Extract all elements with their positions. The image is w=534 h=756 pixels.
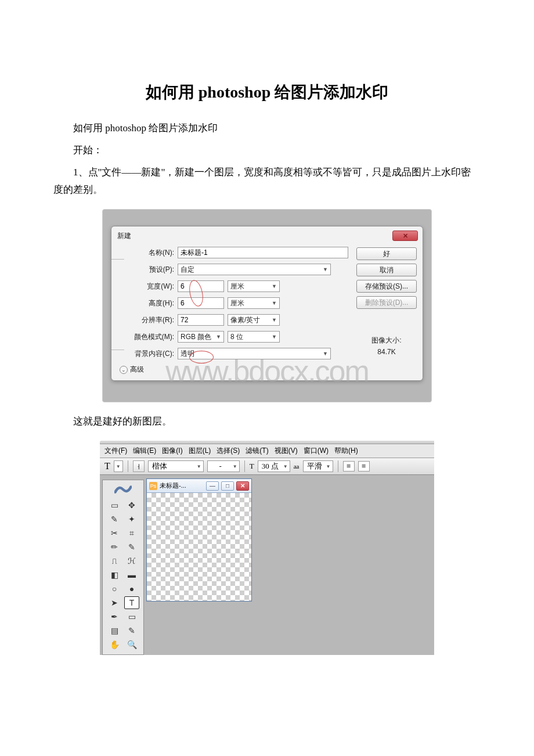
body-text: 这就是建好的新图层。 bbox=[53, 413, 481, 430]
blur-tool-icon[interactable]: ○ bbox=[107, 582, 122, 595]
menu-edit[interactable]: 编辑(E) bbox=[133, 446, 156, 456]
dialog-title: 新建 bbox=[117, 231, 131, 241]
document-icon: Ps bbox=[149, 482, 157, 490]
menu-filter[interactable]: 滤镜(T) bbox=[246, 446, 268, 456]
toolbox: ▭ ✥ ✎ ✦ ✂ ⌗ ✏ ✎ ⎍ ℋ ◧ ▬ ○ ● ➤ T ✒ ▭ ▤ ✎ bbox=[102, 480, 144, 655]
path-tool-icon[interactable]: ➤ bbox=[107, 596, 122, 609]
notes-tool-icon[interactable]: ▤ bbox=[107, 624, 122, 637]
color-mode-label: 颜色模式(M): bbox=[117, 332, 178, 342]
eyedropper-tool-icon[interactable]: ✎ bbox=[124, 624, 139, 637]
minimize-button[interactable]: — bbox=[206, 481, 219, 491]
lasso-tool-icon[interactable]: ✎ bbox=[107, 513, 122, 525]
preset-label: 预设(P): bbox=[117, 265, 178, 275]
resolution-input[interactable] bbox=[178, 314, 224, 326]
close-button[interactable]: ✕ bbox=[236, 481, 249, 491]
resolution-unit-select[interactable]: 像素/英寸 bbox=[230, 315, 272, 325]
menu-layer[interactable]: 图层(L) bbox=[189, 446, 211, 456]
chevron-down-icon: ▼ bbox=[216, 334, 221, 340]
name-label: 名称(N): bbox=[117, 248, 178, 258]
maximize-button[interactable]: □ bbox=[221, 481, 234, 491]
chevron-down-icon: ▼ bbox=[272, 300, 277, 306]
text-orientation-button[interactable]: ⸡ bbox=[133, 460, 145, 472]
preset-select[interactable]: 自定 bbox=[181, 265, 323, 275]
type-tool-icon: T bbox=[104, 461, 110, 471]
name-input[interactable] bbox=[178, 247, 348, 258]
align-left-icon[interactable]: ≡ bbox=[343, 461, 355, 471]
screenshot-new-dialog: 新建 ✕ 名称(N): 预设(P): 自定 ▼ bbox=[102, 209, 432, 402]
chevron-down-icon: ▼ bbox=[272, 317, 277, 323]
antialias-label: aa bbox=[294, 463, 300, 470]
chevron-down-icon: ▼ bbox=[272, 334, 277, 340]
chevron-down-icon: ▼ bbox=[323, 351, 328, 357]
font-family-select[interactable]: 楷体 bbox=[148, 460, 204, 472]
transparent-canvas[interactable] bbox=[147, 493, 251, 601]
background-label: 背景内容(C): bbox=[117, 349, 178, 359]
body-text: 开始： bbox=[53, 142, 481, 159]
type-tool-icon[interactable]: T bbox=[124, 596, 139, 609]
history-brush-tool-icon[interactable]: ℋ bbox=[124, 555, 139, 567]
screenshot-ps-main: 文件(F) 编辑(E) 图像(I) 图层(L) 选择(S) 滤镜(T) 视图(V… bbox=[100, 441, 434, 655]
stamp-tool-icon[interactable]: ⎍ bbox=[107, 555, 122, 567]
menu-help[interactable]: 帮助(H) bbox=[334, 446, 358, 456]
menu-file[interactable]: 文件(F) bbox=[104, 446, 127, 456]
ps-logo-icon bbox=[106, 483, 140, 496]
background-select[interactable]: 透明 bbox=[181, 349, 323, 359]
menu-bar: 文件(F) 编辑(E) 图像(I) 图层(L) 选择(S) 滤镜(T) 视图(V… bbox=[100, 444, 434, 458]
pen-tool-icon[interactable]: ✒ bbox=[107, 610, 122, 623]
chevron-down-icon: ▼ bbox=[323, 267, 328, 272]
menu-select[interactable]: 选择(S) bbox=[217, 446, 240, 456]
resolution-label: 分辨率(R): bbox=[117, 315, 178, 325]
menu-window[interactable]: 窗口(W) bbox=[304, 446, 329, 456]
save-preset-button[interactable]: 存储预设(S)... bbox=[356, 280, 417, 293]
slice-tool-icon[interactable]: ⌗ bbox=[124, 527, 139, 539]
document-title: 未标题-... bbox=[160, 481, 204, 490]
document-window: Ps 未标题-... — □ ✕ bbox=[146, 478, 252, 602]
close-button[interactable]: ✕ bbox=[392, 231, 418, 241]
healing-brush-tool-icon[interactable]: ✏ bbox=[107, 541, 122, 553]
zoom-tool-icon[interactable]: 🔍 bbox=[124, 638, 139, 651]
menu-view[interactable]: 视图(V) bbox=[275, 446, 298, 456]
dodge-tool-icon[interactable]: ● bbox=[124, 582, 139, 595]
font-size-select[interactable]: 30 点 bbox=[258, 460, 290, 472]
marquee-tool-icon[interactable]: ▭ bbox=[107, 499, 122, 512]
menu-image[interactable]: 图像(I) bbox=[162, 446, 182, 456]
body-text: 如何用 photoshop 给图片添加水印 bbox=[53, 120, 481, 137]
antialias-select[interactable]: 平滑 bbox=[303, 460, 333, 472]
move-tool-icon[interactable]: ✥ bbox=[124, 499, 139, 512]
brush-tool-icon[interactable]: ✎ bbox=[124, 541, 139, 553]
cancel-button[interactable]: 取消 bbox=[356, 264, 417, 276]
gradient-tool-icon[interactable]: ▬ bbox=[124, 568, 139, 581]
chevron-down-icon: ▼ bbox=[272, 283, 277, 289]
page-title: 如何用 photoshop 给图片添加水印 bbox=[53, 81, 481, 103]
color-mode-select[interactable]: RGB 颜色 bbox=[181, 332, 216, 342]
width-unit-select[interactable]: 厘米 bbox=[230, 282, 272, 291]
type-tool-preset[interactable] bbox=[114, 460, 123, 472]
body-text: 1、点"文件——新建"，新建一个图层，宽度和高度相等或不等皆可，只是成品图片上水… bbox=[53, 164, 481, 199]
font-size-icon: T bbox=[250, 462, 254, 471]
advanced-toggle[interactable]: 高级 bbox=[130, 365, 144, 375]
bit-depth-select[interactable]: 8 位 bbox=[230, 332, 272, 342]
crop-tool-icon[interactable]: ✂ bbox=[107, 527, 122, 539]
hand-tool-icon[interactable]: ✋ bbox=[107, 638, 122, 651]
image-size-label: 图像大小: bbox=[356, 336, 417, 345]
shape-tool-icon[interactable]: ▭ bbox=[124, 610, 139, 623]
width-label: 宽度(W): bbox=[117, 282, 178, 291]
width-input[interactable] bbox=[178, 280, 224, 292]
options-bar: T ⸡ 楷体 - T 30 点 aa 平滑 ≡ ≡ bbox=[100, 458, 434, 475]
eraser-tool-icon[interactable]: ◧ bbox=[107, 568, 122, 581]
chevron-down-icon[interactable]: ⌄ bbox=[120, 366, 128, 374]
height-unit-select[interactable]: 厘米 bbox=[230, 298, 272, 308]
height-label: 高度(H): bbox=[117, 298, 178, 308]
align-center-icon[interactable]: ≡ bbox=[358, 461, 370, 471]
image-size-value: 84.7K bbox=[377, 348, 395, 356]
magic-wand-tool-icon[interactable]: ✦ bbox=[124, 513, 139, 525]
ok-button[interactable]: 好 bbox=[356, 247, 417, 260]
delete-preset-button: 删除预设(D)... bbox=[356, 296, 417, 309]
font-style-select[interactable]: - bbox=[207, 460, 240, 472]
height-input[interactable] bbox=[178, 297, 224, 309]
